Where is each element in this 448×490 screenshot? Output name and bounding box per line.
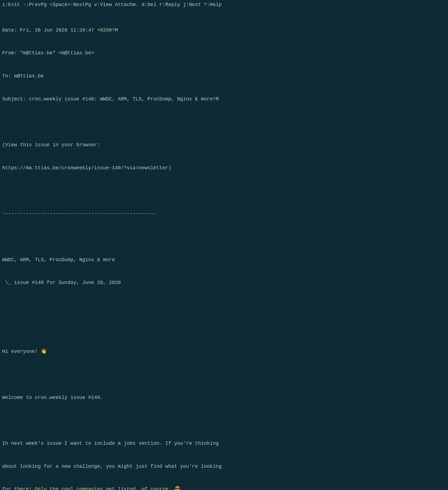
spacer-5 (2, 325, 446, 333)
spacer-4 (2, 302, 446, 310)
body-divider: ----------------------------------------… (2, 210, 446, 218)
body-jobs-line3: for there! Only the cool companies get l… (2, 486, 446, 490)
toolbar: i:Exit -:PrevPg <Space>:NextPg v:View At… (0, 0, 448, 10)
body-issue-line: \_ issue #140 for Sunday, June 28, 2020 (2, 279, 446, 287)
header-from: From: "m@ttias.be" <m@ttias.be> (2, 49, 446, 57)
spacer-7 (2, 417, 446, 424)
spacer-6 (2, 371, 446, 379)
toolbar-text: i:Exit -:PrevPg <Space>:NextPg v:View At… (2, 2, 222, 7)
body-welcome: Welcome to cron.weekly issue #140. (2, 394, 446, 402)
header-subject: Subject: cron.weekly issue #140: WWDC, A… (2, 95, 446, 103)
body-line-view-browser: (View this issue in your browser: (2, 141, 446, 149)
body-jobs-line2: about looking for a new challenge, you m… (2, 463, 446, 471)
email-content: Date: Fri, 26 Jun 2020 11:20:47 +0200^M … (0, 10, 448, 490)
body-headline: WWDC, ARM, TLS, ProcDump, Nginx & more (2, 256, 446, 264)
spacer-3 (2, 233, 446, 241)
spacer-2 (2, 187, 446, 195)
body-greeting: Hi everyone! 👋 (2, 348, 446, 356)
header-to: To: m@ttias.be (2, 72, 446, 80)
body-line-url: https://ma.ttias.be/cronweekly/issue-140… (2, 164, 446, 172)
spacer-1 (2, 118, 446, 126)
body-jobs-line1: In next week's issue I want to include a… (2, 440, 446, 447)
header-date: Date: Fri, 26 Jun 2020 11:20:47 +0200^M (2, 27, 446, 34)
